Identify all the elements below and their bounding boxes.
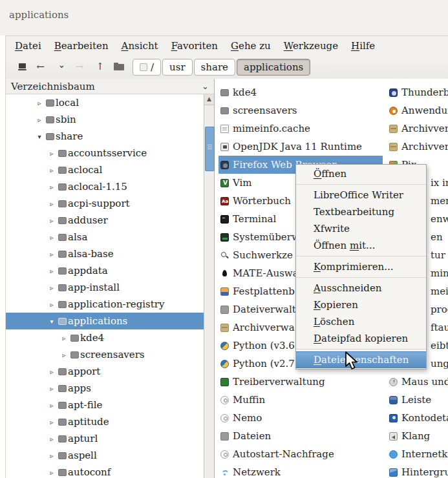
context-menu-item[interactable]: Textbearbeitung <box>296 203 426 220</box>
tree-item[interactable]: ▾ share <box>6 128 204 145</box>
tree-item[interactable]: ▹ apport <box>6 363 204 380</box>
file-item[interactable]: Leiste <box>387 391 448 409</box>
file-item[interactable]: Internetk <box>387 445 448 463</box>
expander-icon[interactable]: ▹ <box>59 335 69 342</box>
context-menu-item[interactable]: Löschen <box>296 313 426 330</box>
scroll-up-button[interactable]: ▲ <box>204 94 214 105</box>
breadcrumb-button[interactable]: / <box>133 59 161 76</box>
expander-icon[interactable]: ▹ <box>47 200 57 207</box>
menubar-item[interactable]: Datei <box>8 38 48 54</box>
expander-icon[interactable]: ▾ <box>34 133 45 140</box>
expander-icon[interactable]: ▹ <box>47 167 57 174</box>
expander-icon[interactable]: ▹ <box>47 368 57 375</box>
file-item[interactable]: Klang <box>387 427 448 445</box>
tree-item[interactable]: ▾ applications <box>6 313 204 329</box>
sidebar-scrollbar[interactable]: ▲ <box>204 94 214 478</box>
file-item[interactable]: Thunderb <box>387 83 448 101</box>
expander-icon[interactable]: ▹ <box>47 419 57 426</box>
tree-item[interactable]: ▹ app-install <box>6 279 204 296</box>
chevron-down-icon[interactable]: ⌄ <box>202 81 209 91</box>
tree-item[interactable]: ▹ acpi-support <box>6 195 204 212</box>
context-menu-item[interactable]: Dateipfad kopieren <box>296 330 426 347</box>
file-item[interactable]: Muffin <box>219 391 383 409</box>
expander-icon[interactable]: ▾ <box>47 318 57 325</box>
file-item[interactable]: kde4 <box>219 83 383 101</box>
file-item[interactable]: mimeinfo.cache <box>219 119 383 138</box>
file-item[interactable]: Netzwerk <box>219 463 383 478</box>
expander-icon[interactable]: ▹ <box>47 469 57 476</box>
tree-item[interactable]: ▹ alsa-base <box>6 245 204 262</box>
expander-icon[interactable]: ▹ <box>34 99 45 107</box>
breadcrumb-button[interactable]: share <box>194 59 235 76</box>
expander-icon[interactable]: ▹ <box>47 234 57 241</box>
breadcrumb-button[interactable]: usr <box>162 59 193 76</box>
file-item[interactable]: Anwendun <box>387 101 448 119</box>
menubar-item[interactable]: Ansicht <box>115 38 165 54</box>
context-menu-item[interactable] <box>296 347 426 351</box>
sidebar-header[interactable]: Verzeichnisbaum ⌄ <box>6 79 214 94</box>
tree-item[interactable]: ▹ apt-file <box>6 397 204 413</box>
file-item[interactable]: Hintergru <box>387 463 448 478</box>
tree-item[interactable]: ▹ apps <box>6 380 204 397</box>
expander-icon[interactable]: ▹ <box>47 183 57 191</box>
menubar-item[interactable]: Gehe zu <box>224 38 277 54</box>
menubar-item[interactable]: Hilfe <box>345 38 381 54</box>
scrollbar-thumb[interactable] <box>205 127 215 171</box>
context-menu-item[interactable]: Öffnen mit... <box>296 237 426 254</box>
context-menu-item[interactable]: Komprimieren... <box>296 258 426 275</box>
menubar-item[interactable]: Bearbeiten <box>48 38 115 54</box>
toolbar-button[interactable] <box>70 59 90 76</box>
file-item[interactable]: Kontodeta <box>387 409 448 427</box>
expander-icon[interactable]: ▹ <box>47 435 57 442</box>
context-menu-item[interactable]: Ausschneiden <box>296 280 426 296</box>
tree-item[interactable]: ▹ alsa <box>6 229 204 245</box>
toolbar-button[interactable] <box>12 59 32 76</box>
expander-icon[interactable]: ▹ <box>47 385 57 392</box>
tree-item[interactable]: ▹ local <box>6 94 204 111</box>
expander-icon[interactable]: ▹ <box>47 251 57 258</box>
file-item[interactable]: screensavers <box>219 101 383 119</box>
file-item[interactable]: Treiberverwaltung <box>219 373 383 391</box>
tree-item[interactable]: ▹ kde4 <box>6 329 204 346</box>
toolbar-button[interactable] <box>109 59 129 76</box>
expander-icon[interactable]: ▹ <box>47 217 57 224</box>
tree-item[interactable]: ▹ autoconf <box>6 464 204 478</box>
context-menu-item[interactable]: LibreOffice Writer <box>296 187 426 203</box>
file-item[interactable]: Dateien <box>219 427 383 445</box>
tree-item[interactable]: ▹ aclocal <box>6 161 204 178</box>
context-menu-item[interactable] <box>296 254 426 258</box>
expander-icon[interactable]: ▹ <box>47 452 57 459</box>
breadcrumb-button[interactable]: applications <box>237 59 310 76</box>
context-menu-item[interactable]: Öffnen <box>296 165 426 182</box>
file-item[interactable]: Archivver <box>387 138 448 156</box>
tree-item[interactable]: ▹ appdata <box>6 262 204 279</box>
file-item[interactable]: Archivver <box>387 119 448 138</box>
context-menu-item[interactable] <box>296 275 426 280</box>
tree-item[interactable]: ▹ application-registry <box>6 296 204 313</box>
tree-item[interactable]: ▹ apturl <box>6 430 204 447</box>
menubar-item[interactable]: Werkzeuge <box>277 38 345 54</box>
file-item[interactable]: Nemo <box>219 409 383 427</box>
file-item[interactable]: Maus und <box>387 373 448 391</box>
tree-item[interactable]: ▹ adduser <box>6 212 204 229</box>
expander-icon[interactable]: ▹ <box>47 267 57 275</box>
context-menu-item[interactable] <box>296 182 426 187</box>
tree-item[interactable]: ▹ aclocal-1.15 <box>6 178 204 195</box>
expander-icon[interactable]: ▹ <box>34 116 45 123</box>
context-menu-item[interactable]: Kopieren <box>296 296 426 313</box>
expander-icon[interactable]: ▹ <box>47 150 57 157</box>
menubar-item[interactable]: Favoriten <box>165 38 224 54</box>
tree-item[interactable]: ▹ screensavers <box>6 346 204 363</box>
expander-icon[interactable]: ▹ <box>47 301 57 308</box>
tree-item[interactable]: ▹ aspell <box>6 447 204 464</box>
toolbar-button[interactable] <box>90 59 109 76</box>
file-item[interactable]: OpenJDK Java 11 Runtime <box>219 138 383 156</box>
tree-item[interactable]: ▹ aptitude <box>6 413 204 430</box>
tree-item[interactable]: ▹ sbin <box>6 111 204 128</box>
expander-icon[interactable]: ▹ <box>59 351 69 358</box>
toolbar-button[interactable] <box>32 59 51 76</box>
toolbar-button[interactable] <box>51 59 70 76</box>
tree-item[interactable]: ▹ accountsservice <box>6 145 204 161</box>
context-menu-item[interactable]: Xfwrite <box>296 220 426 237</box>
file-item[interactable]: Autostart-Nachfrage <box>219 445 383 463</box>
